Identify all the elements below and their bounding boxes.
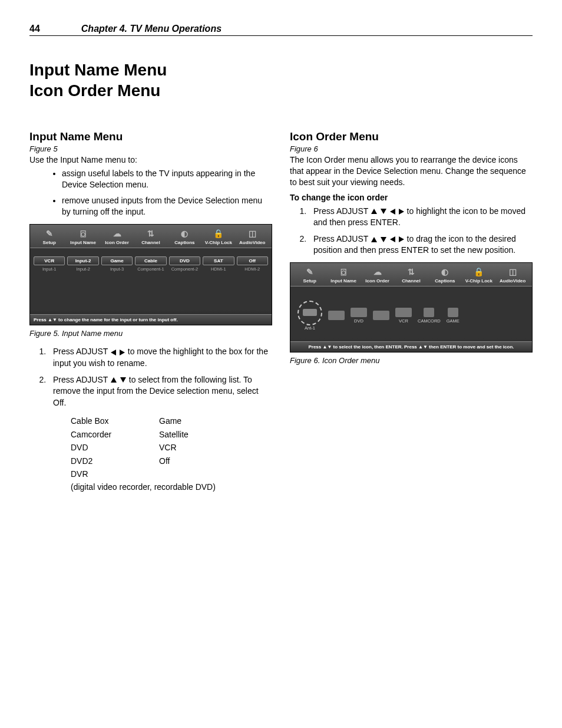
main-title: Input Name Menu Icon Order Menu (29, 60, 533, 101)
input-row-1: VCRInput-1 Input-2Input-2 GameInput-3 Ca… (34, 256, 268, 272)
lock-icon: 🔒 (462, 266, 495, 277)
step-1: Press ADJUST to move the highlight to th… (48, 346, 272, 369)
title-line-1: Input Name Menu (29, 60, 533, 80)
captions-icon: ◐ (168, 228, 201, 239)
arrow-left-icon (390, 209, 395, 215)
title-line-2: Icon Order Menu (29, 80, 533, 101)
arrow-down-icon (120, 377, 126, 383)
channel-icon: ⇅ (394, 266, 428, 277)
chapter-title: Chapter 4. TV Menu Operations (81, 24, 222, 34)
av-icon: ◫ (236, 228, 269, 239)
selected-device: Ant-1 (297, 301, 322, 331)
step-1: Press ADJUST to highlight the icon to be… (309, 206, 533, 229)
arrow-left-icon (390, 236, 395, 242)
name-options-list: Cable BoxGame CamcorderSatellite DVDVCR … (71, 414, 272, 493)
intro-text: The Icon Order menu allows you to rearra… (290, 154, 533, 188)
input-icon: ⌼ (66, 228, 100, 239)
captions-icon: ◐ (428, 266, 462, 277)
tab-setup: ✎Setup (32, 228, 66, 245)
icon-order-row: Ant-1 DVD VCR CAMCORD GAME (294, 295, 528, 337)
tab-vchip: 🔒V-Chip Lock (462, 266, 495, 284)
tv-menu-tabs: ✎Setup ⌼Input Name ☁Icon Order ⇅Channel … (290, 263, 532, 286)
page-header: 44 Chapter 4. TV Menu Operations (29, 24, 533, 36)
tab-icon-order: ☁Icon Order (100, 228, 134, 245)
figure-6-screenshot: ✎Setup ⌼Input Name ☁Icon Order ⇅Channel … (290, 262, 533, 353)
steps-list: Press ADJUST to move the highlight to th… (29, 346, 272, 409)
tab-audiovideo: ◫AudioVideo (496, 266, 530, 284)
input-icon: ⌼ (326, 266, 360, 277)
tab-captions: ◐Captions (168, 228, 201, 245)
tab-input-name: ⌼Input Name (326, 266, 360, 284)
bullet-item: assign useful labels to the TV inputs ap… (62, 168, 272, 190)
arrow-left-icon (111, 350, 116, 355)
step-2: Press ADJUST to drag the icon to the des… (309, 233, 533, 256)
arrow-up-icon (371, 209, 377, 214)
tab-icon-order: ☁Icon Order (361, 266, 394, 284)
step-2: Press ADJUST to select from the followin… (48, 374, 272, 409)
tv-footer-text: Press ▲▼ to change the name for the inpu… (30, 314, 272, 325)
tab-channel: ⇅Channel (134, 228, 167, 245)
figure-caption: Figure 5. Input Name menu (29, 329, 272, 338)
arrow-right-icon (399, 236, 404, 242)
wrench-icon: ✎ (293, 266, 326, 277)
figure-caption: Figure 6. Icon Order menu (290, 356, 533, 365)
subheading: To change the icon order (290, 193, 533, 202)
tab-setup: ✎Setup (293, 266, 326, 284)
wrench-icon: ✎ (32, 228, 66, 239)
selection-ring-icon (297, 301, 322, 325)
av-icon: ◫ (496, 266, 530, 277)
tv-footer-text: Press ▲▼ to select the icon, then ENTER.… (290, 341, 532, 352)
tab-captions: ◐Captions (428, 266, 462, 284)
order-icon: ☁ (100, 228, 134, 239)
arrow-up-icon (111, 377, 117, 383)
section-heading: Icon Order Menu (290, 130, 533, 143)
bullet-list: assign useful labels to the TV inputs ap… (29, 168, 272, 218)
bullet-item: remove unused inputs from the Device Sel… (62, 195, 272, 218)
figure-ref: Figure 5 (29, 144, 272, 153)
right-column: Icon Order Menu Figure 6 The Icon Order … (290, 130, 533, 494)
steps-list: Press ADJUST to highlight the icon to be… (290, 206, 533, 256)
lock-icon: 🔒 (201, 228, 235, 239)
section-heading: Input Name Menu (29, 130, 272, 143)
figure-ref: Figure 6 (290, 144, 533, 153)
arrow-up-icon (371, 237, 377, 242)
tv-menu-tabs: ✎Setup ⌼Input Name ☁Icon Order ⇅Channel … (30, 225, 272, 248)
arrow-right-icon (399, 209, 404, 215)
figure-5-screenshot: ✎Setup ⌼Input Name ☁Icon Order ⇅Channel … (29, 224, 272, 325)
tab-channel: ⇅Channel (394, 266, 428, 284)
channel-icon: ⇅ (134, 228, 167, 239)
left-column: Input Name Menu Figure 5 Use the Input N… (29, 130, 272, 494)
page-number: 44 (29, 24, 40, 34)
tab-audiovideo: ◫AudioVideo (236, 228, 269, 245)
tab-input-name: ⌼Input Name (66, 228, 100, 245)
order-icon: ☁ (361, 266, 394, 277)
arrow-down-icon (381, 209, 386, 214)
arrow-right-icon (120, 350, 125, 355)
arrow-down-icon (381, 237, 386, 242)
tab-vchip: 🔒V-Chip Lock (201, 228, 235, 245)
intro-text: Use the Input Name menu to: (29, 154, 272, 166)
